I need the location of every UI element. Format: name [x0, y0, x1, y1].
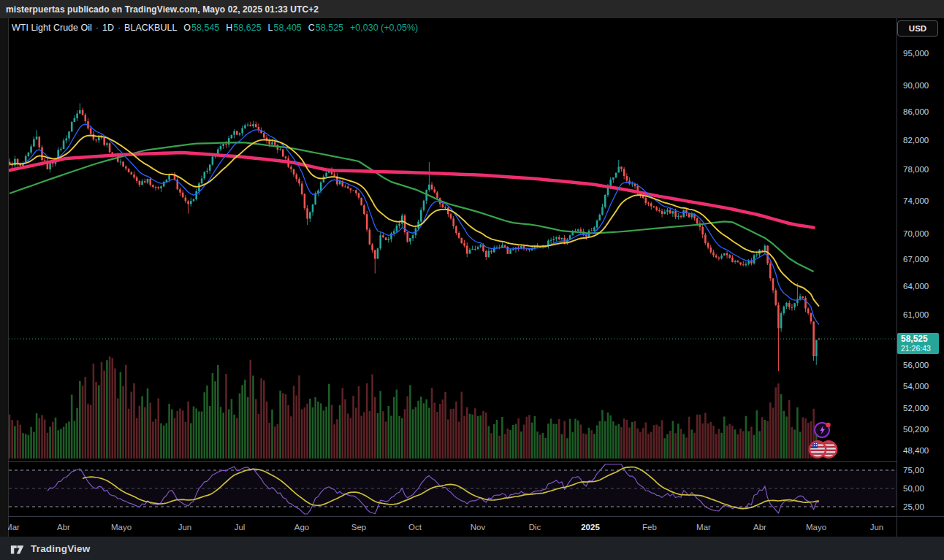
- brand-bar: TradingView: [0, 537, 944, 560]
- low-letter: L: [268, 23, 273, 33]
- open-value: 58,545: [191, 23, 219, 33]
- symbol-legend[interactable]: WTI Light Crude Oil · 1D · BLACKBULL O 5…: [12, 23, 418, 33]
- brand-name[interactable]: TradingView: [31, 543, 90, 554]
- exchange-label: BLACKBULL: [124, 23, 177, 33]
- notification-dot: [826, 423, 830, 427]
- price-scale-hitarea[interactable]: [897, 19, 944, 516]
- last-price-value: 58,525: [901, 334, 939, 344]
- bar-countdown: 21:26:43: [901, 344, 939, 353]
- close-value: 58,525: [316, 23, 343, 33]
- close-letter: C: [308, 23, 315, 33]
- open-letter: O: [183, 23, 191, 33]
- economic-event-lightning-icon[interactable]: [812, 420, 833, 440]
- legend-separator: ·: [96, 23, 99, 33]
- time-scale-hitarea[interactable]: [8, 516, 944, 537]
- high-value: 58,625: [233, 23, 261, 33]
- currency-button[interactable]: USD: [897, 20, 938, 37]
- currency-button-label: USD: [909, 24, 926, 33]
- low-value: 58,405: [274, 23, 302, 33]
- high-letter: H: [226, 23, 232, 33]
- price-pane-hitarea[interactable]: [9, 19, 897, 461]
- last-price-label: 58,525 21:26:43: [897, 333, 939, 354]
- legend-separator: ·: [118, 23, 121, 33]
- change-value: +0,030 (+0,05%): [350, 23, 418, 33]
- interval-label[interactable]: 1D: [102, 23, 114, 33]
- symbol-title[interactable]: WTI Light Crude Oil: [12, 23, 92, 33]
- left-gutter: [0, 18, 8, 537]
- tradingview-chart-page: 95,00090,00086,00082,00078,00074,00070,0…: [0, 0, 944, 560]
- publication-bar: misterpuertas publicado en TradingView.c…: [0, 0, 944, 18]
- tradingview-logo-icon[interactable]: [10, 543, 26, 554]
- chart-canvas[interactable]: 95,00090,00086,00082,00078,00074,00070,0…: [0, 0, 944, 560]
- publication-text: misterpuertas publicado en TradingView.c…: [6, 4, 319, 15]
- us-flag-events-icon[interactable]: [807, 439, 840, 460]
- rsi-pane-hitarea[interactable]: [9, 461, 897, 516]
